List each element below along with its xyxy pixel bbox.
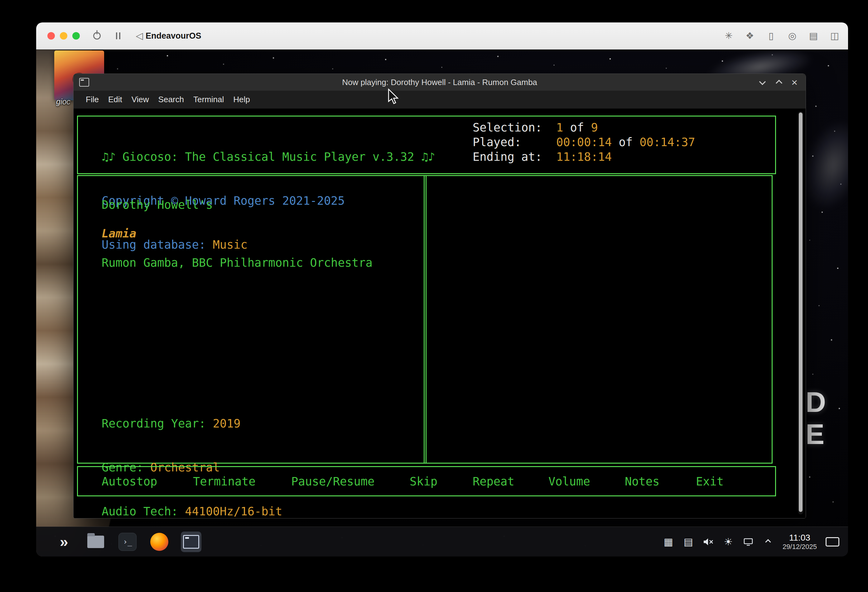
show-desktop-icon[interactable] [825,537,839,546]
wallpaper-text: D E [806,386,848,451]
ending-label: Ending at: [473,150,556,164]
network-icon[interactable] [743,537,754,546]
back-icon[interactable]: ◁ [134,31,145,41]
file-manager-icon[interactable] [86,532,106,552]
tray-expand-icon[interactable] [763,540,774,544]
xterm-taskbar-icon[interactable] [181,532,201,552]
menu-edit[interactable]: Edit [103,95,127,105]
macos-titlebar[interactable]: ◁ EndeavourOS ✳ ❖ ▯ ◎ ▤ ◫ [36,22,848,50]
vm-window-title: EndeavourOS [146,22,201,50]
clock[interactable]: 11:03 29/12/2025 [782,533,817,551]
audio-tech-value: 44100Hz/16-bit [185,505,282,518]
control-skip[interactable]: Skip [410,474,437,489]
header-box: ♫♪ Giocoso: The Classical Music Player v… [77,116,776,174]
terminal-titlebar[interactable]: Now playing: Dorothy Howell - Lamia - Ru… [74,74,806,91]
selection-value: 1 of 9 [556,120,695,135]
control-pause-resume[interactable]: Pause/Resume [291,474,375,489]
desktop[interactable]: D E gioc Now playing: Dorothy Howell - L… [36,50,848,557]
mouse-cursor [387,88,400,105]
resize-icon[interactable]: ❖ [744,31,755,41]
played-value: 00:00:14 of 00:14:37 [556,135,695,150]
vm-window: ◁ EndeavourOS ✳ ❖ ▯ ◎ ▤ ◫ D E gioc [36,22,848,557]
played-label: Played: [473,135,556,150]
clock-time: 11:03 [789,533,810,543]
control-autostop[interactable]: Autostop [102,474,157,489]
drive-icon[interactable]: ◎ [787,31,797,41]
controls-bar: Autostop Terminate Pause/Resume Skip Rep… [77,466,776,496]
share-icon[interactable]: ▤ [808,31,819,41]
display-icon[interactable]: ◫ [829,31,840,41]
launcher-icon[interactable]: » [54,532,74,552]
control-notes[interactable]: Notes [625,474,660,489]
menu-search[interactable]: Search [154,95,189,105]
traffic-zoom-button[interactable] [72,32,80,40]
ending-value: 11:18:14 [556,150,695,164]
menu-view[interactable]: View [127,95,154,105]
pause-icon[interactable] [113,32,124,39]
terminal-launcher-icon[interactable]: ›_ [117,532,138,552]
work-title: Lamia [102,226,136,241]
control-terminate[interactable]: Terminate [193,474,255,489]
capture-icon[interactable]: ✳ [723,31,734,41]
app-grid-icon[interactable]: ▦ [663,537,674,547]
maximize-icon[interactable] [776,80,782,86]
now-playing-box: Dorothy Howell's Lamia Rumon Gamba, BBC … [77,175,427,464]
terminal-scrollbar[interactable] [798,111,803,514]
power-icon[interactable] [92,32,102,40]
brightness-icon[interactable]: ☀ [723,537,734,547]
control-volume[interactable]: Volume [548,474,590,489]
recording-year-value: 2019 [213,417,241,430]
performers: Rumon Gamba, BBC Philharmonic Orchestra [102,255,373,270]
terminal-title: Now playing: Dorothy Howell - Lamia - Ru… [74,74,806,91]
volume-muted-icon[interactable] [703,537,714,546]
control-repeat[interactable]: Repeat [473,474,514,489]
menu-help[interactable]: Help [229,95,254,105]
terminal-menubar: File Edit View Search Terminal Help [74,91,806,109]
composer: Dorothy Howell's [102,197,213,212]
app-title: ♫♪ Giocoso: The Classical Music Player v… [102,150,435,164]
scrollbar-thumb[interactable] [799,112,803,512]
artwork-box [424,175,773,464]
close-icon[interactable]: × [791,77,797,88]
control-exit[interactable]: Exit [696,474,724,489]
shortcut-label: gioc [56,97,71,106]
usb-icon[interactable]: ▯ [766,31,776,41]
selection-label: Selection: [473,120,556,135]
recording-year-label: Recording Year: [102,417,213,430]
terminal-window: Now playing: Dorothy Howell - Lamia - Ru… [73,74,806,518]
menu-terminal[interactable]: Terminal [189,95,229,105]
traffic-close-button[interactable] [47,32,55,40]
clock-date: 29/12/2025 [782,543,817,551]
clipboard-icon[interactable]: ▤ [683,537,694,547]
menu-file[interactable]: File [81,95,103,105]
screen: ◁ EndeavourOS ✳ ❖ ▯ ◎ ▤ ◫ D E gioc [0,0,868,592]
starfield [36,50,37,50]
firefox-icon[interactable] [149,532,170,552]
traffic-minimize-button[interactable] [60,32,67,40]
taskbar: » ›_ ▦ ▤ ☀ [36,527,848,557]
terminal-screen[interactable]: ♫♪ Giocoso: The Classical Music Player v… [74,109,806,518]
